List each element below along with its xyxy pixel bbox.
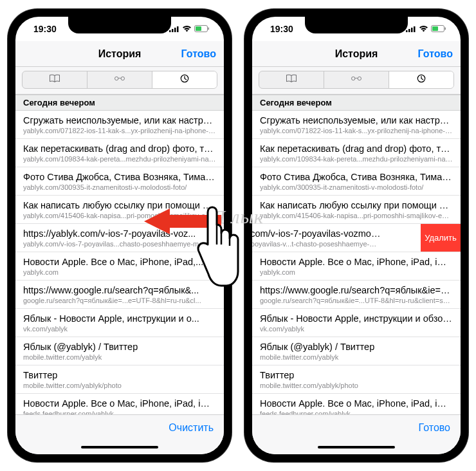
- row-subtitle: mobile.twitter.com/yablyk/photo: [23, 381, 216, 390]
- row-title: Как перетаскивать (drag and drop) фото, …: [23, 143, 216, 154]
- row-title: Как написать любую ссылку при помощи см.…: [23, 199, 216, 211]
- row-subtitle: feeds.feedburner.com/yablyk: [260, 409, 453, 414]
- svg-rect-5: [196, 26, 201, 31]
- tab-history[interactable]: [389, 71, 453, 88]
- history-row[interactable]: yablyk.com/v-ios-7-poyavilas-vozmozh...n…: [252, 224, 461, 252]
- done-button[interactable]: Готово: [418, 48, 453, 60]
- segmented-control: [22, 71, 217, 89]
- history-row[interactable]: Новости Apple. Все о Mac, iPhone, iPad, …: [15, 394, 224, 414]
- row-subtitle: yablyk.com/300935-it-znamenitosti-v-molo…: [23, 183, 216, 192]
- bottom-toolbar: Готово: [252, 414, 461, 440]
- history-row[interactable]: Твиттерmobile.twitter.com/yablyk/photo: [15, 365, 224, 394]
- history-row[interactable]: Новости Apple. Все о Mac, iPhone, iPad, …: [252, 394, 461, 414]
- row-content: Как перетаскивать (drag and drop) фото, …: [260, 143, 453, 163]
- tab-bookmarks[interactable]: [23, 71, 87, 88]
- svg-point-17: [352, 77, 355, 80]
- svg-rect-6: [208, 28, 210, 30]
- row-content: Как написать любую ссылку при помощи см.…: [260, 199, 453, 220]
- history-row[interactable]: Сгружать неиспользуемые, или как настрои…: [252, 111, 461, 139]
- row-subtitle: yablyk.com/109834-kak-pereta...mezhdu-pr…: [23, 154, 216, 163]
- row-content: Новости Apple. Все о Mac, iPhone, iPad, …: [23, 398, 216, 414]
- svg-rect-2: [174, 28, 176, 32]
- row-title: https://www.google.ru/search?q=яблык&ie=…: [260, 284, 453, 296]
- svg-rect-16: [445, 28, 446, 30]
- history-row[interactable]: Новости Apple. Все о Mac, iPhone, iPad,.…: [15, 252, 224, 281]
- notch: [305, 17, 408, 33]
- row-subtitle: yablyk.com/300935-it-znamenitosti-v-molo…: [260, 183, 453, 192]
- row-content: https://www.google.ru/search?q=яблык&ie=…: [260, 284, 453, 305]
- phone-left: 19:30 История Готово: [8, 9, 232, 462]
- svg-rect-11: [408, 29, 410, 32]
- row-content: Как перетаскивать (drag and drop) фото, …: [23, 143, 216, 163]
- row-content: Фото Стива Джобса, Стива Возняка, Тима К…: [260, 171, 453, 192]
- wifi-icon: [419, 24, 428, 34]
- tab-reading-list[interactable]: [87, 71, 152, 88]
- row-content: Яблык (@yablyk) / Твиттерmobile.twitter.…: [23, 341, 216, 362]
- tab-history[interactable]: [152, 71, 217, 88]
- history-row[interactable]: Как написать любую ссылку при помощи см.…: [252, 196, 461, 224]
- navbar: История Готово: [252, 41, 461, 67]
- history-row[interactable]: Фото Стива Джобса, Стива Возняка, Тима К…: [252, 167, 461, 196]
- home-indicator[interactable]: [252, 440, 461, 454]
- status-time: 19:30: [33, 24, 57, 34]
- row-content: Фото Стива Джобса, Стива Возняка, Тима К…: [23, 171, 216, 192]
- row-content: Новости Apple. Все о Mac, iPhone, iPad, …: [260, 256, 453, 277]
- navbar: История Готово: [15, 41, 224, 67]
- history-row[interactable]: Фото Стива Джобса, Стива Возняка, Тима К…: [15, 167, 224, 196]
- row-title: Фото Стива Джобса, Стива Возняка, Тима К…: [23, 171, 216, 183]
- tab-reading-list[interactable]: [324, 71, 389, 88]
- segmented-wrap: [15, 67, 224, 95]
- clear-button[interactable]: Очистить: [169, 422, 214, 434]
- row-title: https://www.google.ru/search?q=яблык&...: [23, 284, 216, 296]
- svg-rect-10: [406, 30, 408, 32]
- row-content: Сгружать неиспользуемые, или как настрои…: [23, 115, 216, 135]
- history-row[interactable]: Яблык - Новости Apple, инструкции и обзо…: [252, 309, 461, 337]
- row-title: Сгружать неиспользуемые, или как настрои…: [260, 115, 453, 126]
- segmented-control: [259, 71, 454, 89]
- status-indicators: [169, 24, 210, 34]
- clock-icon: [179, 74, 190, 86]
- history-row[interactable]: Твиттерmobile.twitter.com/yablyk/photo: [252, 365, 461, 394]
- delete-button[interactable]: Удалить: [421, 224, 461, 252]
- done-button[interactable]: Готово: [181, 48, 216, 60]
- screen: 19:30 История Готово: [252, 17, 461, 454]
- row-subtitle: yablyk.com: [23, 268, 216, 277]
- row-subtitle: mobile.twitter.com/yablyk: [260, 353, 453, 362]
- row-title: Яблык (@yablyk) / Твиттер: [260, 341, 453, 353]
- history-row[interactable]: Сгружать неиспользуемые, или как настрои…: [15, 111, 224, 139]
- phone-right: 19:30 История Готово: [244, 9, 468, 462]
- history-row[interactable]: Яблык - Новости Apple, инструкции и о...…: [15, 309, 224, 337]
- history-row[interactable]: https://www.google.ru/search?q=яблык&ie=…: [252, 281, 461, 309]
- row-title: yablyk.com/v-ios-7-poyavilas-vozmozh...: [252, 228, 382, 239]
- bottom-toolbar: Очистить: [15, 414, 224, 440]
- history-row[interactable]: https://yablyk.com/v-ios-7-poyavilas-voz…: [15, 224, 224, 252]
- row-content: Как написать любую ссылку при помощи см.…: [23, 199, 216, 220]
- svg-rect-3: [177, 26, 179, 32]
- battery-icon: [431, 24, 446, 34]
- home-indicator[interactable]: [15, 440, 224, 454]
- svg-rect-0: [169, 30, 171, 32]
- done-button-bottom[interactable]: Готово: [419, 422, 450, 434]
- tab-bookmarks[interactable]: [259, 71, 324, 88]
- history-list[interactable]: Сгружать неиспользуемые, или как настрои…: [15, 111, 224, 414]
- glasses-icon: [114, 74, 125, 86]
- history-list[interactable]: Сгружать неиспользуемые, или как настрои…: [252, 111, 461, 414]
- history-row[interactable]: Новости Apple. Все о Mac, iPhone, iPad, …: [252, 252, 461, 281]
- history-row[interactable]: https://www.google.ru/search?q=яблык&...…: [15, 281, 224, 309]
- status-time: 19:30: [270, 24, 293, 34]
- history-row[interactable]: Как написать любую ссылку при помощи см.…: [15, 196, 224, 224]
- screen: 19:30 История Готово: [15, 17, 224, 454]
- row-subtitle: google.ru/search?q=яблык&ie=...UTF-8&hl=…: [260, 296, 453, 305]
- history-row[interactable]: Яблык (@yablyk) / Твиттерmobile.twitter.…: [15, 337, 224, 365]
- row-subtitle: yablyk.com/071822-ios-11-kak-s...yx-pril…: [23, 126, 216, 135]
- row-title: Как написать любую ссылку при помощи см.…: [260, 199, 453, 211]
- svg-rect-15: [432, 26, 438, 31]
- row-subtitle: yablyk.com/415406-kak-napisa...pri-pomos…: [260, 211, 453, 220]
- history-row[interactable]: Как перетаскивать (drag and drop) фото, …: [252, 139, 461, 167]
- row-content: Сгружать неиспользуемые, или как настрои…: [260, 115, 453, 135]
- row-content: Новости Apple. Все о Mac, iPhone, iPad,.…: [23, 256, 216, 277]
- history-row[interactable]: Яблык (@yablyk) / Твиттерmobile.twitter.…: [252, 337, 461, 365]
- row-subtitle: mobile.twitter.com/yablyk: [23, 353, 216, 362]
- glasses-icon: [351, 74, 362, 86]
- history-row[interactable]: Как перетаскивать (drag and drop) фото, …: [15, 139, 224, 167]
